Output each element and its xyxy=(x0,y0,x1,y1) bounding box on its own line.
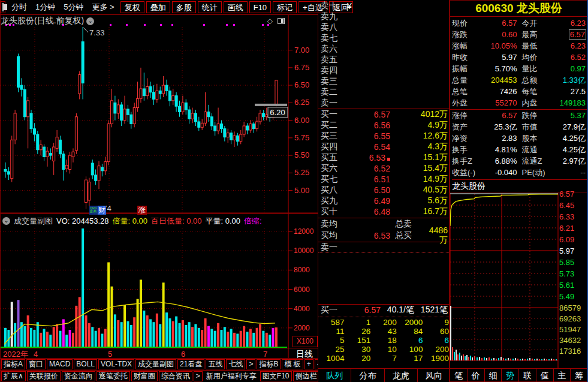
queue-cell: 7 xyxy=(372,354,397,363)
indicator-tab-6[interactable]: 21看盘 xyxy=(177,359,204,369)
event-badge-caifu[interactable]: 踩财 xyxy=(89,206,106,215)
indicator-tab-1[interactable]: 窗口 xyxy=(26,359,46,369)
kline-axis-label: 7.00 xyxy=(294,46,309,55)
sell-row-2[interactable]: 卖二 xyxy=(318,87,450,98)
indicator-tab-11[interactable]: 模 板 xyxy=(282,359,303,369)
sell-row-8[interactable]: 卖八 xyxy=(318,22,450,33)
toolbar-button-6[interactable]: 标记 xyxy=(273,1,297,13)
kline-chart[interactable]: 7.006.756.506.256.005.755.505.255.007.33… xyxy=(1,15,318,213)
level2-per-order: 40.1/笔 xyxy=(381,305,414,315)
orderbook-tab-龙虎[interactable]: 龙虎 xyxy=(385,369,418,382)
indicator-tab-10[interactable]: 指标B xyxy=(257,359,281,369)
function-tab-3[interactable]: 逐笔委托 xyxy=(97,371,130,381)
indicator-tab-2[interactable]: MACD xyxy=(47,359,73,369)
indicator-tab-9[interactable]: > xyxy=(246,359,255,369)
orderbook-tab-分布[interactable]: 分布 xyxy=(351,369,384,382)
chevron-down-icon[interactable]: ⌄ xyxy=(2,217,10,225)
function-tab-9[interactable]: 侧边栏 xyxy=(293,371,319,381)
buy-vol: 40.5万 xyxy=(390,185,448,195)
orderbook-tab-风向[interactable]: 风向 xyxy=(418,369,450,382)
indicator-tab-7[interactable]: 五线 xyxy=(206,359,225,369)
quote-tab-主[interactable]: 主 xyxy=(554,369,571,382)
quote-tab-细[interactable]: 细 xyxy=(485,369,502,382)
field-value: 1.33亿 xyxy=(552,75,586,86)
function-tab-4[interactable]: 财富圈 xyxy=(131,371,158,381)
buy-row-10[interactable]: 买十6.4816.7万 xyxy=(318,206,450,217)
buy-row-2[interactable]: 买二6.564.9万 xyxy=(318,120,450,131)
sell-row-10[interactable]: 卖十¥ xyxy=(318,1,450,11)
toolbar-button-5[interactable]: F10 xyxy=(249,1,271,13)
chevron-down-icon[interactable]: ⌄ xyxy=(86,17,94,25)
quote-tab-联[interactable]: 联 xyxy=(519,369,536,382)
buy-row-5[interactable]: 买五6.5315.1万 xyxy=(318,152,450,163)
orderbook-tab-队列[interactable]: 队列 xyxy=(318,369,351,382)
period-item-3[interactable]: 更多 > xyxy=(92,2,114,13)
indicator-tab-5[interactable]: 成交量副图 xyxy=(135,359,176,369)
buy-row-3[interactable]: 买三6.5512.6万 xyxy=(318,131,450,142)
intraday-vol-label: 86579 xyxy=(559,303,587,312)
buy-row-8[interactable]: 买八6.5040.5万 xyxy=(318,185,450,195)
sell-row-9[interactable]: 卖九 xyxy=(318,11,450,22)
window-layout-icon[interactable] xyxy=(2,3,4,11)
quote-tab-势[interactable]: 势 xyxy=(502,369,519,382)
level2-buy-row[interactable]: 买一 6.57 40.1/笔 1521笔 xyxy=(318,304,450,315)
volume-chart[interactable]: 12000100008000600040002000 xyxy=(1,214,318,359)
sell-row-7[interactable]: 卖七 xyxy=(318,33,450,44)
toolbar-button-3[interactable]: 统计 xyxy=(198,1,222,13)
date-axis: 2022年 4567 日线 xyxy=(1,348,318,359)
buy-label: 买五 xyxy=(321,152,347,163)
period-item-1[interactable]: 1分钟 xyxy=(35,2,55,13)
function-tab-2[interactable]: 资金流向 xyxy=(62,371,95,381)
toolbar-button-2[interactable]: 多股 xyxy=(172,1,196,13)
window-split-icon[interactable] xyxy=(278,18,285,24)
diamond-icon[interactable]: ◇ xyxy=(267,17,273,25)
function-tab-6[interactable]: > xyxy=(194,371,203,381)
money-flag[interactable]: ¥ xyxy=(347,1,352,11)
kline-axis-label: 6.25 xyxy=(294,98,309,107)
quote-tab-笔[interactable]: 笔 xyxy=(450,369,468,382)
field-value: 6.88% xyxy=(483,157,517,166)
intraday-price-label: 5.85 xyxy=(559,258,587,267)
sell-row-3[interactable]: 卖三 xyxy=(318,76,450,87)
buy-row-7[interactable]: 买七6.5114.9万 xyxy=(318,174,450,185)
period-item-2[interactable]: 5分钟 xyxy=(64,2,83,13)
sell-row-4[interactable]: 卖四 xyxy=(318,65,450,76)
buy-row-6[interactable]: 买六6.5215.4万 xyxy=(318,163,450,174)
sell-row-5[interactable]: 卖五 xyxy=(318,55,450,65)
toolbar-button-0[interactable]: 复权 xyxy=(120,1,144,13)
quote-tab-值[interactable]: 值 xyxy=(536,369,554,382)
function-tab-8[interactable]: 图文F10 xyxy=(260,371,292,381)
field-value: 10.05% xyxy=(483,41,517,50)
toolbar-button-1[interactable]: 叠加 xyxy=(146,1,170,13)
buy-row-1[interactable]: 买一6.574012万 xyxy=(318,109,450,120)
function-tab-7[interactable]: 新用户福利专享 xyxy=(204,371,259,381)
toolbar-button-4[interactable]: 画线 xyxy=(224,1,248,13)
function-tab-0[interactable]: 扩展∧ xyxy=(1,371,26,381)
indicator-tab-8[interactable]: 七线 xyxy=(226,359,245,369)
indicator-tab-12[interactable]: + xyxy=(304,359,313,369)
buy-vol: 4.9万 xyxy=(390,120,448,131)
event-badge-zhang[interactable]: 涨 xyxy=(137,206,147,215)
level2-sell-row[interactable]: 卖一 xyxy=(318,242,450,252)
field-label: 跌停 xyxy=(522,110,552,121)
function-tab-5[interactable]: 综合资讯 xyxy=(159,371,192,381)
sell-row-1[interactable]: 卖一 xyxy=(318,98,450,109)
volume-pane[interactable]: ⌄ 成交量副图 VO: 204453.28 倍量: 0.00 百日低量: 0.0… xyxy=(1,213,318,358)
sell-row-6[interactable]: 卖六 xyxy=(318,44,450,55)
buy-row-9[interactable]: 买九6.495.6万 xyxy=(318,195,450,206)
buy-row-4[interactable]: 买四6.544.3万 xyxy=(318,142,450,152)
function-tab-1[interactable]: 关联报价 xyxy=(27,371,61,381)
queue-cell: 60 xyxy=(424,327,449,336)
indicator-tab-4[interactable]: VOL-TDX xyxy=(98,359,134,369)
sell-label: 卖二 xyxy=(321,87,347,98)
kline-pane[interactable]: 龙头股份(日线.前复权) ⌄ ◇ 7.006.756.506.256.005.7… xyxy=(1,15,318,213)
quote-tab-筹[interactable]: 筹 xyxy=(571,369,587,382)
indicator-tab-3[interactable]: BOLL xyxy=(74,359,97,369)
period-item-0[interactable]: 分时 xyxy=(11,2,27,13)
function-toolbar: 扩展∧关联报价资金流向逐笔委托财富圈综合资讯>新用户福利专享图文F10侧边栏《 xyxy=(1,370,318,382)
quote-tab-价[interactable]: 价 xyxy=(468,369,485,382)
intraday-chart-region[interactable]: 6.576.456.336.216.095.975.855.735.615.49… xyxy=(450,192,587,368)
buy-vol: 12.6万 xyxy=(390,131,448,142)
indicator-tab-0[interactable]: 指标A xyxy=(1,359,25,369)
field-label: 流通Z xyxy=(522,156,552,167)
